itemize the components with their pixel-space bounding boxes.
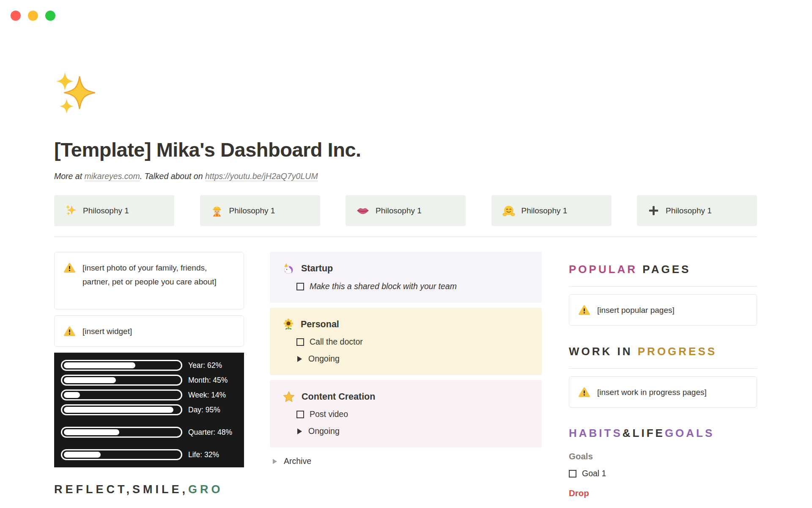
- archive-label: Archive: [284, 456, 311, 466]
- sparkles-icon[interactable]: [54, 71, 98, 119]
- progress-row-week: Week: 14%: [61, 389, 237, 400]
- sparkles-icon: [65, 204, 77, 217]
- progress-fill: [64, 362, 135, 368]
- heading-part: GOALS: [665, 427, 714, 439]
- subtitle-text: . Talked about on: [140, 171, 205, 181]
- left-column: [insert photo of your family, friends, p…: [54, 252, 244, 496]
- toggle-triangle-icon: [297, 356, 302, 362]
- hugging-face-icon: [502, 205, 515, 217]
- progress-track: [61, 449, 182, 460]
- progress-label: Day: 95%: [188, 404, 237, 415]
- work-in-progress-callout-text: [insert work in progress pages]: [597, 385, 707, 399]
- heading-part: &LIFE: [623, 427, 665, 439]
- philosophy-button-row: Philosophy 1 Philosophy 1 Phil: [54, 195, 757, 226]
- habits-life-goals-heading: HABITS&LIFEGOALS: [569, 427, 757, 440]
- center-column: Startup Make this a shared block with yo…: [270, 252, 542, 466]
- todo-label: Goal 1: [582, 469, 606, 478]
- warning-icon: [579, 305, 590, 315]
- ongoing-toggle[interactable]: Ongoing: [297, 426, 529, 436]
- page-subtitle: More at mikareyes.com. Talked about on h…: [54, 171, 757, 181]
- philosophy-button-label: Philosophy 1: [521, 206, 568, 215]
- heading-part: PAGES: [642, 263, 691, 276]
- subtitle-text: More at: [54, 171, 85, 181]
- content-creation-card-header: Content Creation: [283, 391, 529, 403]
- drop-heading: Drop: [569, 488, 757, 498]
- progress-fill: [64, 377, 116, 383]
- checkbox-unchecked[interactable]: [569, 470, 576, 478]
- philosophy-button-2[interactable]: Philosophy 1: [200, 195, 320, 226]
- personal-card-title: Personal: [301, 319, 339, 330]
- mikareyes-link[interactable]: mikareyes.com: [85, 171, 140, 181]
- philosophy-button-5[interactable]: Philosophy 1: [637, 195, 757, 226]
- progress-row-life: Life: 32%: [61, 449, 237, 460]
- popular-pages-callout: [insert popular pages]: [569, 294, 757, 326]
- philosophy-button-3[interactable]: Philosophy 1: [346, 195, 466, 226]
- popular-pages-callout-text: [insert popular pages]: [597, 303, 675, 317]
- progress-row-month: Month: 45%: [61, 375, 237, 386]
- motto-heading: REFLECT,SMILE,GRO: [54, 483, 244, 496]
- todo-shared-block[interactable]: Make this a shared block with your team: [296, 282, 529, 291]
- content-creation-card-items: Post video Ongoing: [296, 409, 529, 436]
- todo-label: Call the doctor: [310, 337, 363, 347]
- right-column: POPULAR PAGES [insert popular pages] WOR…: [569, 252, 757, 498]
- startup-card-items: Make this a shared block with your team: [296, 282, 529, 291]
- todo-post-video[interactable]: Post video: [296, 409, 529, 419]
- sunflower-icon: [283, 318, 294, 330]
- archive-toggle[interactable]: Archive: [273, 456, 542, 466]
- star-icon: [283, 391, 295, 403]
- progress-row-quarter: Quarter: 48%: [61, 419, 237, 445]
- lips-icon: [357, 207, 369, 215]
- notion-page: [Template] Mika's Dashboard Inc. More at…: [54, 0, 757, 498]
- progress-fill: [64, 392, 80, 398]
- close-window-button[interactable]: [11, 11, 21, 21]
- progress-track: [61, 360, 182, 371]
- minimize-window-button[interactable]: [28, 11, 38, 21]
- personal-card-header: Personal: [283, 318, 529, 330]
- work-in-progress-callout: [insert work in progress pages]: [569, 376, 757, 408]
- progress-row-day: Day: 95%: [61, 404, 237, 415]
- progress-label: Life: 32%: [188, 449, 237, 460]
- widget-callout-text: [insert widget]: [82, 324, 132, 338]
- popular-pages-heading: POPULAR PAGES: [569, 263, 757, 276]
- progress-track: [61, 375, 182, 386]
- widget-callout: [insert widget]: [54, 315, 244, 347]
- startup-card-header: Startup: [283, 262, 529, 275]
- personal-card: Personal Call the doctor Ongoing: [270, 308, 542, 375]
- toggle-triangle-icon: [297, 428, 302, 434]
- progress-row-year: Year: 62%: [61, 360, 237, 371]
- checkbox-unchecked[interactable]: [296, 283, 304, 290]
- philosophy-button-label: Philosophy 1: [376, 206, 422, 215]
- page-title: [Template] Mika's Dashboard Inc.: [54, 138, 757, 161]
- warning-icon: [64, 262, 75, 273]
- progress-track: [61, 389, 182, 400]
- progress-fill: [64, 452, 101, 458]
- progress-label: Week: 14%: [188, 389, 237, 400]
- window-controls: [11, 11, 55, 21]
- philosophy-button-label: Philosophy 1: [229, 206, 275, 215]
- philosophy-button-label: Philosophy 1: [666, 206, 712, 215]
- content-creation-card-title: Content Creation: [302, 392, 375, 402]
- ongoing-toggle[interactable]: Ongoing: [297, 354, 529, 364]
- photo-callout-text: [insert photo of your family, friends, p…: [82, 261, 234, 301]
- philosophy-button-4[interactable]: Philosophy 1: [491, 195, 612, 226]
- progress-label: Quarter: 48%: [188, 426, 237, 439]
- plus-icon: [648, 205, 659, 216]
- todo-call-doctor[interactable]: Call the doctor: [296, 337, 529, 347]
- youtube-link[interactable]: https://youtu.be/jH2aQ7y0LUM: [205, 171, 318, 181]
- startup-card-title: Startup: [301, 263, 333, 274]
- toggle-label: Ongoing: [308, 426, 340, 436]
- motto-dark-part: REFLECT,SMILE,: [54, 483, 188, 496]
- section-divider: [54, 237, 757, 237]
- progress-track: [61, 404, 182, 415]
- philosophy-button-1[interactable]: Philosophy 1: [54, 195, 174, 226]
- time-progress-widget: Year: 62% Month: 45% Week: 14% Day: 95% …: [54, 353, 244, 467]
- photo-callout: [insert photo of your family, friends, p…: [54, 252, 244, 309]
- content-creation-card: Content Creation Post video Ongoing: [270, 380, 542, 447]
- warning-icon: [64, 326, 75, 337]
- checkbox-unchecked[interactable]: [296, 338, 304, 346]
- todo-goal-1[interactable]: Goal 1: [569, 469, 757, 478]
- checkbox-unchecked[interactable]: [296, 411, 304, 418]
- heading-part: POPULAR: [569, 263, 642, 276]
- section-divider: [569, 286, 757, 287]
- progress-label: Year: 62%: [188, 360, 237, 371]
